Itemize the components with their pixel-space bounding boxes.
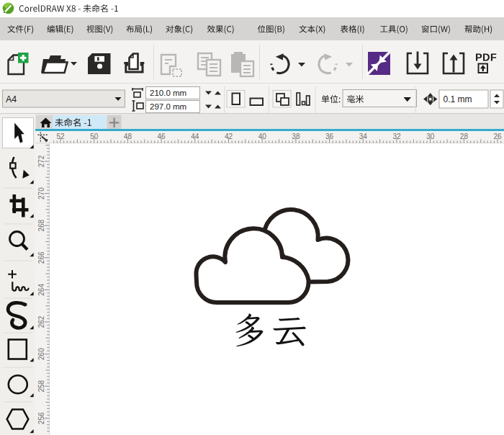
svg-text:270: 270 xyxy=(37,187,45,199)
svg-text:266: 266 xyxy=(37,251,45,264)
svg-text:264: 264 xyxy=(37,284,45,296)
svg-text:A4: A4 xyxy=(6,94,17,104)
svg-text:256: 256 xyxy=(37,412,45,424)
svg-text:210.0 mm: 210.0 mm xyxy=(150,89,186,97)
svg-text:0.1 mm: 0.1 mm xyxy=(444,94,472,104)
svg-text:258: 258 xyxy=(37,380,45,392)
svg-text:268: 268 xyxy=(37,219,45,231)
svg-text:297.0 mm: 297.0 mm xyxy=(150,102,186,111)
svg-text:272: 272 xyxy=(37,155,45,167)
svg-text:262: 262 xyxy=(37,315,45,328)
svg-text:260: 260 xyxy=(37,348,45,360)
